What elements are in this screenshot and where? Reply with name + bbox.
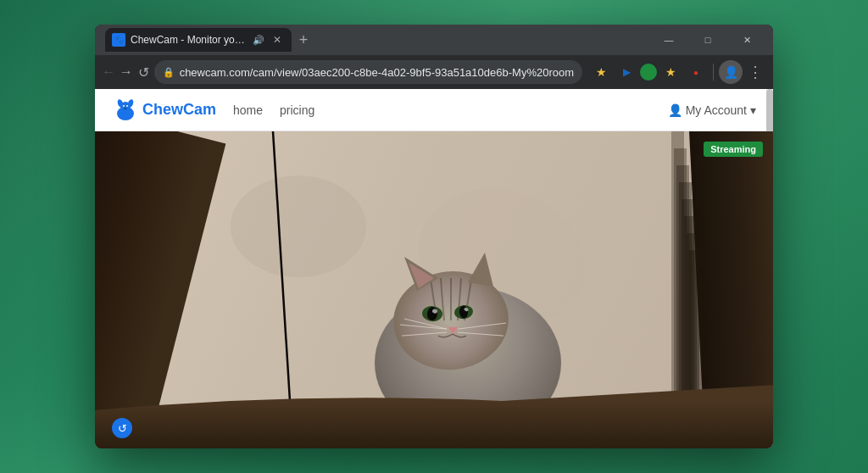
my-account-label: My Account [686,103,747,117]
minimize-button[interactable]: — [649,25,688,55]
active-tab[interactable]: 🐾 ChewCam - Monitor your p… 🔊 ✕ [105,28,292,52]
refresh-circle-icon[interactable]: ↺ [112,418,132,438]
record-icon[interactable]: ● [684,60,708,84]
divider [713,64,714,81]
logo-text: ChewCam [142,101,216,119]
url-text: chewcam.com/cam/view/03aec200-c8be-4a02-… [180,66,574,79]
tabs-area: 🐾 ChewCam - Monitor your p… 🔊 ✕ + [102,28,649,52]
nav-pricing[interactable]: pricing [280,103,314,117]
site-nav-links: home pricing [233,103,668,117]
lock-icon: 🔒 [163,67,175,78]
tab-favicon: 🐾 [112,33,125,47]
more-options-icon[interactable]: ⋮ [744,59,766,85]
website-content: ChewCam home pricing 👤 My Account ▾ Stre… [95,89,773,448]
profile-button[interactable]: 👤 [719,60,743,84]
bookmark-star-icon[interactable]: ★ [589,60,613,84]
svg-point-4 [123,105,125,107]
my-account-button[interactable]: 👤 My Account ▾ [668,103,756,117]
maximize-button[interactable]: □ [688,25,727,55]
browser-window: 🐾 ChewCam - Monitor your p… 🔊 ✕ + — □ ✕ … [95,25,773,448]
address-bar[interactable]: 🔒 chewcam.com/cam/view/03aec200-c8be-4a0… [154,60,582,84]
new-tab-button[interactable]: + [292,28,315,52]
video-container: Streaming ↺ [95,131,773,448]
window-controls: — □ ✕ [649,25,766,55]
reload-button[interactable]: ↺ [136,60,151,84]
forward-button[interactable]: → [120,60,134,84]
svg-point-6 [124,107,127,109]
tab-audio-icon: 🔊 [253,35,264,46]
logo-dog-icon [112,97,139,124]
site-logo: ChewCam [112,97,216,124]
star-icon[interactable]: ★ [659,60,682,84]
nav-home[interactable]: home [233,103,263,117]
extension-icon-green[interactable] [640,64,657,81]
video-canvas [95,131,773,448]
account-person-icon: 👤 [668,103,682,117]
site-navbar: ChewCam home pricing 👤 My Account ▾ [95,89,773,131]
account-caret-icon: ▾ [750,103,756,117]
close-button[interactable]: ✕ [727,25,766,55]
streaming-badge: Streaming [704,142,763,157]
toolbar-icons: ★ ▶ ★ ● 👤 ⋮ [589,59,766,85]
address-bar-row: ← → ↺ 🔒 chewcam.com/cam/view/03aec200-c8… [95,55,773,89]
tab-close-button[interactable]: ✕ [270,32,285,47]
tab-title: ChewCam - Monitor your p… [131,34,248,46]
title-bar: 🐾 ChewCam - Monitor your p… 🔊 ✕ + — □ ✕ [95,25,773,55]
extension-icon-1[interactable]: ▶ [615,60,638,84]
svg-point-5 [126,105,128,107]
back-button[interactable]: ← [102,60,116,84]
